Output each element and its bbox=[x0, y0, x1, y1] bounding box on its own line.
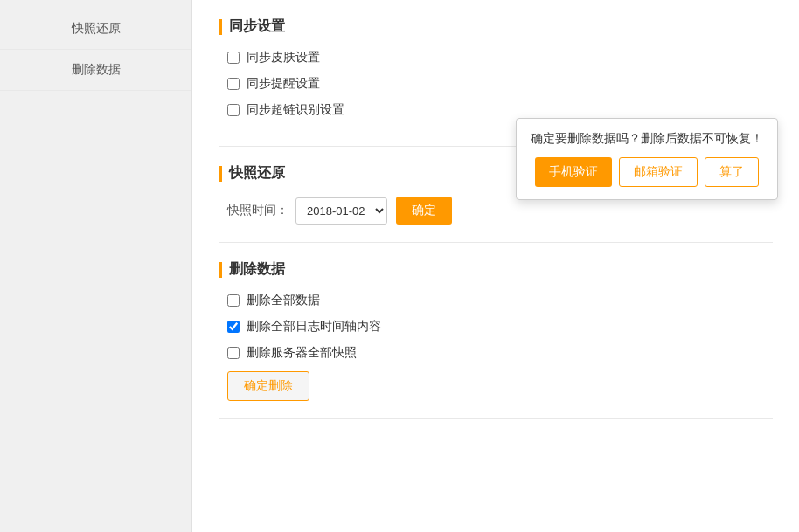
delete-section: 删除数据 删除全部数据 删除全部日志时间轴内容 删除服务器全部快照 确定删除 bbox=[219, 260, 773, 419]
popup-message: 确定要删除数据吗？删除后数据不可恢复！ bbox=[531, 131, 763, 147]
title-bar-icon bbox=[219, 19, 222, 35]
title-bar-icon-3 bbox=[219, 262, 222, 278]
snapshot-time-select[interactable]: 2018-01-02 2018-01-01 2017-12-31 bbox=[295, 197, 387, 225]
delete-all-row: 删除全部数据 bbox=[219, 293, 773, 308]
snapshot-label: 快照时间： bbox=[227, 203, 288, 218]
delete-confirm-button[interactable]: 确定删除 bbox=[227, 371, 309, 401]
popup-cancel-button[interactable]: 算了 bbox=[705, 157, 759, 187]
sidebar-item-snapshot[interactable]: 快照还原 bbox=[0, 9, 191, 50]
sidebar: 快照还原 删除数据 bbox=[0, 0, 192, 532]
main-content: 同步设置 同步皮肤设置 同步提醒设置 同步超链识别设置 快照还原 快照时间： bbox=[192, 0, 799, 532]
delete-snapshot-checkbox[interactable] bbox=[227, 347, 240, 359]
delete-snapshot-row: 删除服务器全部快照 bbox=[219, 345, 773, 361]
sync-reminder-checkbox[interactable] bbox=[227, 78, 240, 90]
sync-hyperlink-row: 同步超链识别设置 bbox=[219, 102, 773, 118]
sync-skin-row: 同步皮肤设置 bbox=[219, 50, 773, 66]
popup-email-verify-button[interactable]: 邮箱验证 bbox=[619, 157, 698, 187]
sync-skin-checkbox[interactable] bbox=[227, 52, 240, 64]
sidebar-item-delete[interactable]: 删除数据 bbox=[0, 50, 191, 91]
sync-reminder-row: 同步提醒设置 bbox=[219, 76, 773, 92]
delete-log-checkbox[interactable] bbox=[227, 321, 240, 333]
sync-title: 同步设置 bbox=[219, 17, 773, 36]
delete-all-checkbox[interactable] bbox=[227, 294, 240, 307]
delete-title: 删除数据 bbox=[219, 260, 773, 279]
snapshot-confirm-button[interactable]: 确定 bbox=[396, 197, 452, 225]
popup-phone-verify-button[interactable]: 手机验证 bbox=[535, 157, 612, 187]
snapshot-row: 快照时间： 2018-01-02 2018-01-01 2017-12-31 确… bbox=[219, 197, 773, 225]
popup-buttons: 手机验证 邮箱验证 算了 bbox=[531, 157, 763, 187]
sync-hyperlink-checkbox[interactable] bbox=[227, 104, 240, 116]
title-bar-icon-2 bbox=[219, 166, 222, 182]
delete-log-row: 删除全部日志时间轴内容 bbox=[219, 319, 773, 335]
confirm-popup: 确定要删除数据吗？删除后数据不可恢复！ 手机验证 邮箱验证 算了 bbox=[516, 118, 778, 200]
